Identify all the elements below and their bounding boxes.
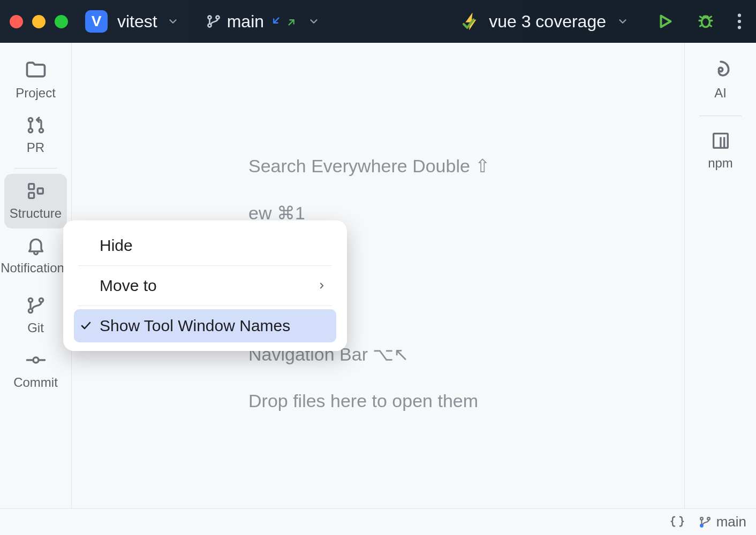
minimize-window-button[interactable] — [32, 15, 46, 28]
more-menu-button[interactable] — [737, 12, 742, 30]
context-menu-show-tool-window-names[interactable]: Show Tool Window Names — [74, 309, 336, 342]
lightning-check-icon — [461, 11, 482, 32]
tool-window-ai[interactable]: AI — [685, 51, 756, 108]
structure-icon — [25, 180, 47, 202]
project-name: vitest — [117, 12, 157, 32]
chevron-right-icon — [317, 281, 327, 291]
debug-button[interactable] — [696, 12, 715, 31]
tool-window-project[interactable]: Project — [0, 51, 71, 108]
context-menu-hide[interactable]: Hide — [74, 229, 336, 262]
commit-icon — [25, 349, 47, 371]
tool-window-label: PR — [27, 140, 44, 155]
tool-window-notifications[interactable]: Notifications — [0, 228, 71, 283]
tool-window-label: Git — [27, 320, 44, 335]
divider — [699, 116, 742, 116]
tool-window-label: Structure — [10, 206, 62, 221]
chevron-down-icon — [167, 16, 179, 27]
tool-window-label: Commit — [13, 375, 58, 390]
status-bar: main — [0, 508, 756, 535]
pull-request-icon — [25, 114, 47, 136]
hint-drop-files: Drop files here to open them — [248, 391, 478, 411]
project-badge: V — [85, 10, 108, 33]
svg-rect-11 — [28, 193, 34, 198]
svg-point-6 — [738, 26, 741, 29]
chevron-down-icon — [617, 16, 629, 27]
tool-window-context-menu: Hide Move to Show Tool Window Names — [63, 220, 347, 351]
tool-window-label: Notifications — [1, 261, 71, 276]
context-menu-label: Move to — [100, 277, 157, 295]
run-configuration-selector[interactable]: vue 3 coverage — [461, 11, 629, 32]
run-config-label: vue 3 coverage — [489, 12, 606, 32]
git-branch-icon — [25, 295, 47, 316]
status-branch[interactable]: main — [698, 514, 746, 530]
divider — [78, 265, 332, 266]
window-controls — [10, 15, 68, 28]
svg-point-5 — [738, 20, 741, 23]
ai-spiral-icon — [709, 58, 732, 81]
left-tool-window-strip: Project PR Structure — [0, 43, 72, 508]
tool-window-label: AI — [714, 86, 727, 101]
hint-search-everywhere: Search Everywhere Double ⇧ — [248, 155, 490, 177]
folder-icon — [24, 58, 48, 81]
svg-point-4 — [738, 14, 741, 17]
npm-icon — [710, 130, 731, 151]
outgoing-arrow-icon — [286, 16, 298, 27]
tool-window-pr[interactable]: PR — [0, 108, 71, 163]
svg-rect-12 — [37, 188, 43, 194]
git-branch-icon — [698, 515, 712, 529]
vcs-branch-selector[interactable]: main — [206, 12, 320, 32]
divider — [14, 168, 57, 169]
titlebar: V vitest main — [0, 0, 756, 43]
branch-name: main — [227, 12, 264, 32]
git-branch-icon — [206, 13, 222, 29]
tool-window-git[interactable]: Git — [0, 288, 71, 343]
code-braces-icon[interactable] — [669, 514, 685, 530]
tool-window-label: npm — [708, 156, 733, 171]
check-icon — [79, 319, 92, 332]
tool-window-label: Project — [16, 86, 56, 101]
titlebar-actions — [655, 12, 742, 31]
context-menu-label: Show Tool Window Names — [100, 317, 290, 335]
context-menu-move-to[interactable]: Move to — [74, 269, 336, 302]
status-branch-name: main — [716, 514, 746, 530]
incoming-arrow-icon — [269, 16, 281, 27]
svg-rect-10 — [28, 184, 34, 189]
tool-window-npm[interactable]: npm — [685, 124, 756, 178]
tool-window-structure[interactable]: Structure — [4, 174, 67, 228]
chevron-down-icon — [308, 16, 320, 27]
project-selector[interactable]: V vitest — [85, 10, 179, 33]
right-tool-window-strip: AI npm — [684, 43, 756, 508]
divider — [78, 305, 332, 306]
zoom-window-button[interactable] — [55, 15, 68, 28]
context-menu-label: Hide — [100, 236, 133, 255]
close-window-button[interactable] — [10, 15, 23, 28]
bell-icon — [25, 235, 47, 256]
run-button[interactable] — [655, 12, 675, 31]
tool-window-commit[interactable]: Commit — [0, 343, 71, 398]
